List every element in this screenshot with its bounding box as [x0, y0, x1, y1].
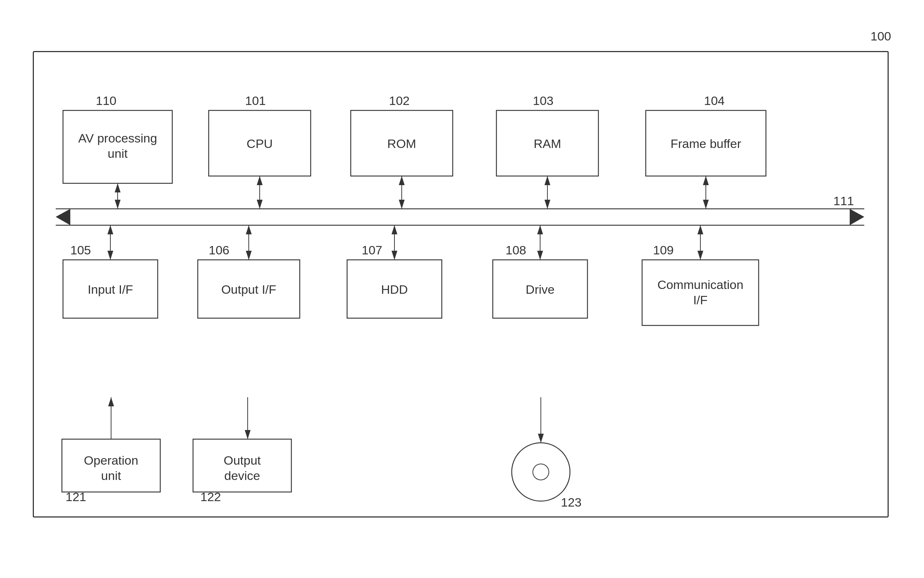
svg-text:unit: unit [101, 469, 121, 482]
svg-text:device: device [224, 469, 260, 482]
svg-marker-72 [108, 397, 114, 406]
svg-point-80 [533, 464, 549, 480]
diagram: 100 111 AV processing unit 110 [22, 29, 903, 558]
svg-text:121: 121 [66, 490, 86, 504]
external-connections: Operation unit 121 Output device 122 123 [22, 29, 903, 558]
svg-text:Output: Output [223, 453, 261, 467]
svg-text:123: 123 [561, 495, 582, 509]
svg-marker-83 [538, 434, 544, 443]
svg-text:122: 122 [200, 490, 221, 504]
svg-marker-78 [245, 430, 251, 439]
svg-text:Operation: Operation [84, 453, 138, 467]
